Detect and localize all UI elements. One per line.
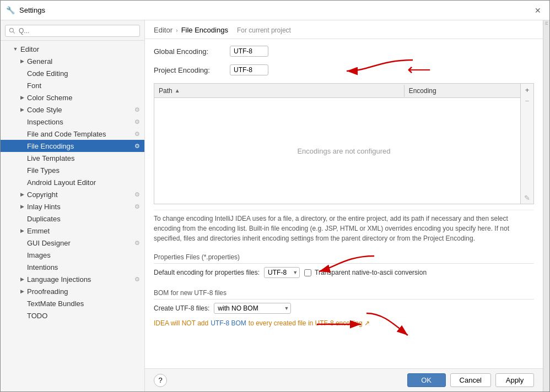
sidebar-item-language-injections[interactable]: Language Injections ⚙ <box>1 273 144 285</box>
sidebar-item-android-layout-editor[interactable]: Android Layout Editor <box>1 176 144 188</box>
settings-icon-copyright: ⚙ <box>134 191 140 198</box>
sidebar-item-label-code-style: Code Style <box>27 106 134 114</box>
sort-icon: ▲ <box>175 88 180 94</box>
settings-icon-inlay-hints: ⚙ <box>134 203 140 210</box>
settings-icon-file-code-templates: ⚙ <box>134 130 140 138</box>
sidebar-item-label-copyright: Copyright <box>27 190 134 199</box>
sidebar-item-label-inlay-hints: Inlay Hints <box>27 203 134 211</box>
sidebar-item-gui-designer[interactable]: GUI Designer ⚙ <box>1 237 144 249</box>
bom-section-title: BOM for new UTF-8 files <box>154 289 534 300</box>
right-panel-inner: Global Encoding: UTF-8 Project Encoding: <box>145 39 543 368</box>
table-empty-message: Encodings are not configured <box>297 147 390 155</box>
breadcrumb-current: File Encodings <box>181 26 228 34</box>
for-current-project-link[interactable]: For current project <box>237 26 291 34</box>
sidebar-item-label-general: General <box>27 57 140 66</box>
sidebar-item-file-code-templates[interactable]: File and Code Templates ⚙ <box>1 128 144 140</box>
bottom-bar: ? OK Cancel Apply <box>145 368 543 391</box>
sidebar-item-duplicates[interactable]: Duplicates <box>1 213 144 225</box>
project-encoding-select[interactable]: UTF-8 <box>230 64 268 75</box>
right-panel: Editor › File Encodings For current proj… <box>145 20 543 391</box>
sidebar-item-file-encodings[interactable]: File Encodings ⚙ <box>1 140 144 152</box>
sidebar-item-label-android: Android Layout Editor <box>27 178 140 187</box>
edit-encoding-button[interactable]: ✎ <box>522 193 532 203</box>
transparent-checkbox-label[interactable]: Transparent native-to-ascii conversion <box>304 269 427 276</box>
sidebar-item-label-code-editing: Code Editing <box>27 69 140 78</box>
create-utf8-label: Create UTF-8 files: <box>154 304 209 312</box>
strip-label1: M <box>544 21 549 25</box>
default-encoding-label: Default encoding for properties files: <box>154 269 260 276</box>
title-bar: 🔧 Settings ✕ <box>1 1 549 20</box>
encodings-table: Path ▲ Encoding Encodings are not config… <box>154 83 534 204</box>
expand-arrow-copyright <box>18 190 26 198</box>
bom-link[interactable]: UTF-8 BOM <box>211 319 246 327</box>
expand-arrow-inlay-hints <box>18 203 26 210</box>
search-box <box>1 20 144 41</box>
sidebar-item-general[interactable]: General <box>1 55 144 67</box>
search-input[interactable] <box>5 25 140 37</box>
sidebar-item-proofreading[interactable]: Proofreading <box>1 285 144 297</box>
sidebar-item-code-style[interactable]: Code Style ⚙ <box>1 104 144 116</box>
cancel-button[interactable]: Cancel <box>450 373 491 387</box>
expand-arrow-lang-injections <box>18 275 26 283</box>
properties-encoding-select[interactable]: UTF-8 <box>264 267 300 278</box>
transparent-label: Transparent native-to-ascii conversion <box>315 269 427 276</box>
remove-encoding-button[interactable]: − <box>522 96 532 106</box>
table-sidebar: + − ✎ <box>520 84 533 204</box>
settings-window: 🔧 Settings ✕ Editor General <box>0 0 550 392</box>
sidebar-item-file-types[interactable]: File Types <box>1 164 144 176</box>
transparent-checkbox[interactable] <box>304 269 311 276</box>
ok-button[interactable]: OK <box>407 373 446 387</box>
settings-icon-file-encodings: ⚙ <box>134 143 140 150</box>
sidebar-item-label-file-encodings: File Encodings <box>27 142 134 150</box>
arrow-project-encoding: ⟵ <box>407 61 431 78</box>
sidebar-item-label-editor: Editor <box>20 45 140 53</box>
col-encoding-header: Encoding <box>405 85 533 97</box>
sidebar-item-label-file-code-templates: File and Code Templates <box>27 130 134 138</box>
col-path-header: Path ▲ <box>154 85 405 97</box>
sidebar-item-label-textmate: TextMate Bundles <box>27 300 140 308</box>
project-encoding-row: Project Encoding: UTF-8 ⟵ <box>154 64 534 75</box>
bom-select[interactable]: with NO BOM with BOM <box>214 303 291 314</box>
sidebar-item-label-intentions: Intentions <box>27 263 140 271</box>
apply-button[interactable]: Apply <box>495 373 534 387</box>
sidebar-item-label-gui: GUI Designer <box>27 239 134 247</box>
global-encoding-select[interactable]: UTF-8 <box>230 46 268 57</box>
sidebar-item-label-proofreading: Proofreading <box>27 287 140 296</box>
settings-icon-code-style: ⚙ <box>134 106 140 113</box>
help-button[interactable]: ? <box>154 374 167 387</box>
col-path-label: Path <box>159 87 172 95</box>
sidebar-item-images[interactable]: Images <box>1 249 144 261</box>
expand-arrow-color-scheme <box>18 94 26 101</box>
sidebar-item-emmet[interactable]: Emmet <box>1 225 144 237</box>
sidebar-item-intentions[interactable]: Intentions <box>1 261 144 273</box>
sidebar-item-inspections[interactable]: Inspections ⚙ <box>1 116 144 128</box>
expand-arrow-editor <box>12 45 19 53</box>
settings-icon-gui: ⚙ <box>134 239 140 247</box>
app-icon: 🔧 <box>6 6 15 15</box>
bom-section: BOM for new UTF-8 files Create UTF-8 fil… <box>154 287 534 329</box>
properties-section-title: Properties Files (*.properties) <box>154 253 534 264</box>
sidebar-item-label-emmet: Emmet <box>27 227 140 235</box>
sidebar-item-code-editing[interactable]: Code Editing <box>1 67 144 79</box>
sidebar-item-font[interactable]: Font <box>1 79 144 91</box>
sidebar-item-label-duplicates: Duplicates <box>27 215 140 223</box>
sidebar-item-label-images: Images <box>27 251 140 259</box>
sidebar-item-label-live-templates: Live Templates <box>27 154 140 162</box>
global-encoding-row: Global Encoding: UTF-8 <box>154 46 534 57</box>
close-button[interactable]: ✕ <box>532 4 544 17</box>
breadcrumb-arrow: › <box>176 27 178 34</box>
sidebar-item-textmate[interactable]: TextMate Bundles <box>1 297 144 309</box>
bom-note-suffix: to every created file in UTF-8 encoding … <box>249 319 370 327</box>
col-encoding-label: Encoding <box>409 87 436 95</box>
sidebar-item-editor[interactable]: Editor <box>1 43 144 55</box>
left-panel: Editor General Code Editing Font <box>1 20 145 391</box>
sidebar-item-live-templates[interactable]: Live Templates <box>1 152 144 164</box>
add-encoding-button[interactable]: + <box>522 85 532 95</box>
sidebar-item-inlay-hints[interactable]: Inlay Hints ⚙ <box>1 200 144 213</box>
bom-note: IDEA will NOT add UTF-8 BOM to every cre… <box>154 317 534 329</box>
sidebar-item-todo[interactable]: TODO <box>1 309 144 322</box>
sidebar-item-color-scheme[interactable]: Color Scheme <box>1 91 144 104</box>
sidebar-item-copyright[interactable]: Copyright ⚙ <box>1 188 144 200</box>
sidebar-item-label-inspections: Inspections <box>27 118 134 126</box>
arrow-project-encoding-svg <box>314 55 424 82</box>
